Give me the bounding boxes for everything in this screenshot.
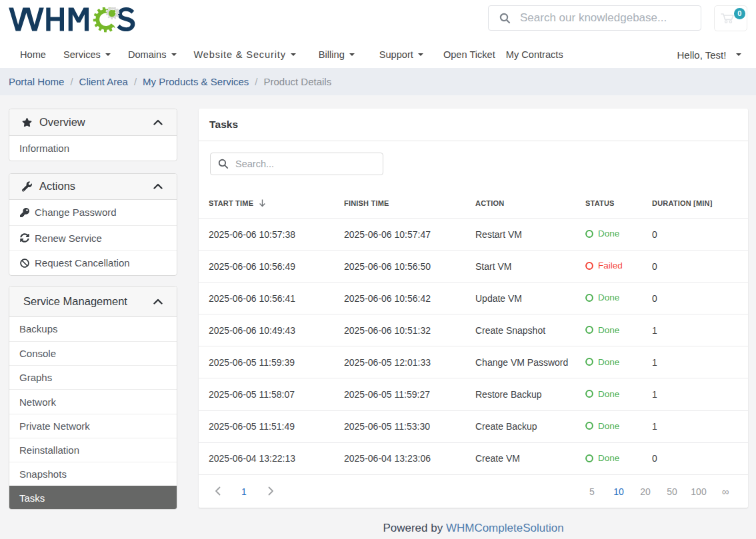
sidebar-item-renew-service[interactable]: Renew Service [9,225,177,251]
cell-action: Restart VM [475,219,585,251]
table-row[interactable]: 2025-06-06 10:57:38 2025-06-06 10:57:47 … [199,219,748,251]
column-header-status[interactable]: STATUS [585,189,652,219]
chevron-up-icon[interactable] [153,119,163,125]
cell-action: Create VM [475,442,585,474]
table-search-input[interactable] [235,159,383,169]
table-row[interactable]: 2025-06-05 11:51:49 2025-06-05 11:53:30 … [199,410,748,442]
nav-item-my-contracts[interactable]: My Contracts [497,49,572,60]
sidebar-item-private-network[interactable]: Private Network [9,414,177,438]
cell-status: Done [585,314,652,346]
sidebar-item-console[interactable]: Console [9,341,177,365]
page-footer: Powered by WHMCompleteSolution [199,508,748,539]
cell-start-time: 2025-06-05 11:59:39 [199,346,344,378]
sidebar-panel-service-management-header[interactable]: Service Management [9,286,177,317]
knowledgebase-search [488,5,701,31]
column-header-duration[interactable]: DURATION [MIN] [652,189,748,219]
sidebar-panel-actions-header[interactable]: Actions [9,174,177,201]
cell-action: Restore Backup [475,378,585,410]
breadcrumb-portal-home[interactable]: Portal Home [9,76,64,87]
table-row[interactable]: 2025-06-05 11:58:07 2025-06-05 11:59:27 … [199,378,748,410]
nav-item-open-ticket[interactable]: Open Ticket [435,49,504,60]
cell-status: Done [585,378,652,410]
pagination-page-sizes: 5 10 20 50 100 ∞ [579,486,739,497]
table-row[interactable]: 2025-06-05 11:59:39 2025-06-05 12:01:33 … [199,346,748,378]
sidebar-item-request-cancellation[interactable]: Request Cancellation [9,251,177,276]
sidebar-item-snapshots[interactable]: Snapshots [9,462,177,486]
sidebar-panel-service-management: Service Management Backups Console Graph… [9,286,177,509]
breadcrumb-separator: / [255,76,257,87]
sidebar-item-graphs[interactable]: Graphs [9,365,177,389]
cell-finish-time: 2025-06-05 11:53:30 [344,410,475,442]
table-row[interactable]: 2025-06-04 13:22:13 2025-06-04 13:23:06 … [199,442,748,474]
whmcompletesolution-link[interactable]: WHMCompleteSolution [446,522,564,534]
caret-down-icon [171,53,177,56]
nav-item-support[interactable]: Support [371,49,432,60]
nav-item-billing[interactable]: Billing [310,49,363,60]
knowledgebase-search-input[interactable] [520,11,701,25]
page-size-50[interactable]: 50 [659,486,685,497]
breadcrumb-my-products[interactable]: My Products & Services [143,76,249,87]
sidebar-item-network[interactable]: Network [9,389,177,413]
sidebar-panel-overview-header[interactable]: Overview [9,109,177,136]
page-size-5[interactable]: 5 [579,486,605,497]
cell-duration: 0 [652,442,748,474]
cell-duration: 0 [652,251,748,282]
table-search [210,153,383,175]
sidebar-item-backups[interactable]: Backups [9,317,177,341]
column-header-finish-time[interactable]: FINISH TIME [344,189,475,219]
nav-item-website-security[interactable]: Website & Security [185,49,305,60]
page-size-20[interactable]: 20 [632,486,659,497]
sidebar-panel-overview: Overview Information [9,109,177,161]
cell-finish-time: 2025-06-06 10:51:32 [344,314,475,346]
cell-finish-time: 2025-06-06 10:57:47 [344,219,475,251]
tasks-panel-title: Tasks [209,119,238,131]
main-column: Tasks START TIME FINISH TIME [199,109,748,539]
column-header-start-time[interactable]: START TIME [199,189,344,219]
page-size-10[interactable]: 10 [605,486,632,497]
page-size-all[interactable]: ∞ [712,486,739,497]
wrench-icon [22,181,32,192]
table-row[interactable]: 2025-06-06 10:56:41 2025-06-06 10:56:42 … [199,282,748,314]
cell-duration: 1 [652,378,748,410]
cell-finish-time: 2025-06-06 10:56:50 [344,251,475,282]
table-row[interactable]: 2025-06-06 10:56:49 2025-06-06 10:56:50 … [199,251,748,282]
account-menu[interactable]: Hello, Test! [677,49,742,61]
cart-button[interactable]: 0 [714,5,747,31]
column-header-action[interactable]: ACTION [475,189,585,219]
nav-list: Home Services Domains Website & Security… [11,49,572,60]
pagination-next-button[interactable] [257,486,284,497]
search-icon [499,13,511,24]
cell-finish-time: 2025-06-04 13:23:06 [344,442,475,474]
tasks-panel: Tasks START TIME FINISH TIME [199,109,748,508]
cell-duration: 1 [652,314,748,346]
sidebar-item-reinstallation[interactable]: Reinstallation [9,438,177,462]
caret-down-icon [105,53,111,56]
chevron-up-icon[interactable] [153,183,163,189]
nav-item-services[interactable]: Services [55,49,119,60]
cell-finish-time: 2025-06-05 12:01:33 [344,346,475,378]
table-row[interactable]: 2025-06-06 10:49:43 2025-06-06 10:51:32 … [199,314,748,346]
caret-down-icon [418,53,423,56]
cell-start-time: 2025-06-06 10:49:43 [199,314,344,346]
nav-item-home[interactable]: Home [11,49,55,60]
sidebar-item-information[interactable]: Information [9,136,177,161]
cart-count-badge: 0 [734,8,745,19]
cell-start-time: 2025-06-05 11:58:07 [199,378,344,410]
page-size-100[interactable]: 100 [685,486,712,497]
sidebar-item-tasks[interactable]: Tasks [9,486,177,509]
breadcrumb-separator: / [134,76,137,87]
nav-item-domains[interactable]: Domains [119,49,185,60]
sidebar-item-change-password[interactable]: Change Password [9,200,177,225]
sort-desc-icon [259,199,266,207]
status-circle-icon [585,358,593,366]
sidebar-panel-title: Service Management [23,295,127,308]
pagination-prev-button[interactable] [204,486,231,497]
tasks-panel-header: Tasks [199,109,748,141]
status-circle-icon [585,230,593,238]
pagination-page-1[interactable]: 1 [231,486,257,497]
breadcrumb-client-area[interactable]: Client Area [79,76,128,87]
caret-down-icon [736,53,741,56]
sidebar-panel-title: Overview [39,116,85,129]
chevron-up-icon[interactable] [153,298,163,304]
search-icon [218,159,229,169]
